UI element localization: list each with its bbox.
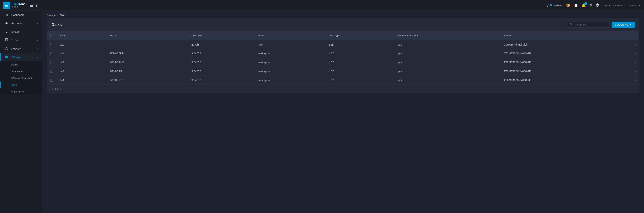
palette-icon[interactable]: 🎨 <box>566 3 570 8</box>
row-pool: main-pool <box>255 76 326 84</box>
row-disk-type: HDD <box>326 58 395 67</box>
sidebar-item-dashboard[interactable]: ⊞ Dashboard <box>0 11 42 19</box>
accounts-arrow: ▸ <box>37 22 38 24</box>
select-all-checkbox[interactable] <box>50 34 53 37</box>
svg-point-2 <box>6 22 7 23</box>
row-name: da0 <box>56 40 106 49</box>
sidebar-label-tasks: Tasks <box>11 39 37 42</box>
row-expand-arrow[interactable]: ❯ <box>631 58 640 67</box>
card-actions: COLUMNS ▼ <box>567 22 635 28</box>
row-disk-type: SSD <box>326 40 395 49</box>
row-expand-arrow[interactable]: ❯ <box>631 49 640 58</box>
search-icon <box>570 23 572 26</box>
sidebar-item-tasks[interactable]: Tasks ▸ <box>0 36 42 44</box>
row-smart: yes <box>395 67 500 76</box>
row-serial <box>106 40 188 49</box>
row-checkbox-1[interactable] <box>50 52 53 55</box>
row-checkbox-cell <box>47 49 56 58</box>
page-title: Disks <box>52 22 567 27</box>
row-checkbox-3[interactable] <box>50 70 53 73</box>
columns-button[interactable]: COLUMNS ▼ <box>612 22 635 28</box>
table-row: da4 ZGY8DRDC 3.64 TiB main-pool HDD yes … <box>47 76 640 84</box>
tasks-icon[interactable]: 📋 <box>574 3 578 8</box>
row-serial: ZDH9C5KR <box>106 49 188 58</box>
notification-icon[interactable]: 🔔 4 <box>582 3 586 8</box>
breadcrumb-current: Disks <box>60 14 66 17</box>
hamburger-icon[interactable]: ☰ <box>30 3 33 8</box>
notification-badge: 4 <box>584 2 587 5</box>
topnav: TN TrueNAS CORE ☰ ❮ i ✕ systems 🎨 📋 🔔 4 … <box>0 0 644 11</box>
row-checkbox-4[interactable] <box>50 79 53 82</box>
row-name: da1 <box>56 49 106 58</box>
sidebar-item-system[interactable]: System ▸ <box>0 28 42 36</box>
table-row: da3 ZGY8DPP1 3.64 TiB main-pool HDD yes … <box>47 67 640 76</box>
row-expand-arrow[interactable]: ❯ <box>631 40 640 49</box>
th-checkbox <box>47 31 56 40</box>
copyright-text: TrueNAS CORE® 2020 - iXsystems, Inc. <box>603 4 641 6</box>
row-model: ATA ST4000VN008-2E <box>500 67 631 76</box>
row-smart: yes <box>395 76 500 84</box>
row-disk-type: HDD <box>326 76 395 84</box>
disks-tbody: da0 20 GiB N/A SSD yes VMware Virtual di… <box>47 40 640 84</box>
row-disk-type: HDD <box>326 49 395 58</box>
row-pool: main-pool <box>255 67 326 76</box>
network-arrow: ▸ <box>37 48 38 50</box>
sidebar-item-vmware-snapshots[interactable]: VMware-Snapshots <box>0 75 42 82</box>
row-serial: ZGY8DPP1 <box>106 67 188 76</box>
storage-submenu: Pools Snapshots VMware-Snapshots Disks I… <box>0 61 42 95</box>
table-row: da0 20 GiB N/A SSD yes VMware Virtual di… <box>47 40 640 49</box>
th-disk-size: Disk Size <box>188 31 255 40</box>
row-checkbox-2[interactable] <box>50 61 53 64</box>
svg-text:TN: TN <box>5 4 8 7</box>
sidebar-item-import-disk[interactable]: Import Disk <box>0 88 42 95</box>
ixsystems-logo: i ✕ systems <box>547 3 563 8</box>
svg-line-13 <box>6 48 6 49</box>
sidebar-item-snapshots[interactable]: Snapshots <box>0 68 42 75</box>
pagination: 1 - 5 of 5 <box>47 84 640 93</box>
row-serial: ZGY8DAHE <box>106 58 188 67</box>
power-icon[interactable]: ⏻ <box>596 3 599 7</box>
search-input[interactable] <box>574 23 607 26</box>
row-name: da2 <box>56 58 106 67</box>
accounts-icon <box>4 21 9 25</box>
row-checkbox-cell <box>47 58 56 67</box>
table-wrap: Name Serial Disk Size Pool Disk Type Ena… <box>47 31 640 84</box>
sidebar-item-disks[interactable]: Disks <box>0 82 42 88</box>
network-icon <box>4 47 9 50</box>
row-disk-size: 3.64 TiB <box>188 49 255 58</box>
topnav-right: i ✕ systems 🎨 📋 🔔 4 ⚙ ⏻ TrueNAS CORE® 20… <box>547 3 641 8</box>
logo-core: CORE <box>12 6 26 8</box>
sidebar-item-pools[interactable]: Pools <box>0 61 42 68</box>
sidebar-item-accounts[interactable]: Accounts ▸ <box>0 19 42 28</box>
row-checkbox-0[interactable] <box>50 43 53 46</box>
table-header-row: Name Serial Disk Size Pool Disk Type Ena… <box>47 31 640 40</box>
sidebar-item-network[interactable]: Network ▸ <box>0 44 42 53</box>
row-checkbox-cell <box>47 76 56 84</box>
storage-icon <box>4 55 9 59</box>
breadcrumb-storage[interactable]: Storage <box>47 14 56 17</box>
svg-rect-4 <box>6 32 7 33</box>
disks-card: Disks COLUMNS <box>47 18 640 93</box>
sidebar-item-storage[interactable]: Storage ▾ <box>0 53 42 61</box>
th-name: Name <box>56 31 106 40</box>
sidebar-label-storage: Storage <box>11 56 37 59</box>
sidebar-label-dashboard: Dashboard <box>11 14 38 16</box>
row-expand-arrow[interactable]: ❯ <box>631 67 640 76</box>
row-name: da4 <box>56 76 106 84</box>
settings-icon[interactable]: ⚙ <box>589 3 592 8</box>
row-model: VMware Virtual disk <box>500 40 631 49</box>
row-model: ATA ST4000VN008-2E <box>500 58 631 67</box>
svg-line-18 <box>571 25 572 26</box>
row-disk-size: 3.64 TiB <box>188 76 255 84</box>
row-expand-arrow[interactable]: ❯ <box>631 76 640 84</box>
back-icon[interactable]: ❮ <box>35 3 38 8</box>
row-disk-size: 3.64 TiB <box>188 58 255 67</box>
svg-point-10 <box>6 47 7 48</box>
search-wrap <box>567 22 610 28</box>
breadcrumb-separator: / <box>57 14 58 17</box>
row-checkbox-cell <box>47 67 56 76</box>
disks-table: Name Serial Disk Size Pool Disk Type Ena… <box>47 31 640 84</box>
row-disk-size: 3.64 TiB <box>188 67 255 76</box>
th-model: Model <box>500 31 631 40</box>
dashboard-icon: ⊞ <box>4 13 9 17</box>
